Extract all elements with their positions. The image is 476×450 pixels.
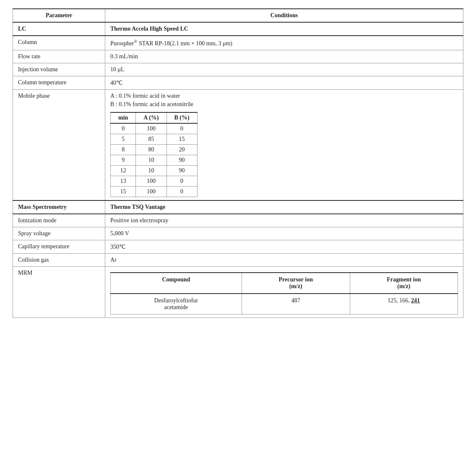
mrm-row: Desfuroylceftiofuracetamide 487 125, 166… — [111, 294, 458, 315]
header-parameter: Parameter — [13, 9, 105, 22]
gradient-cell: 15 — [111, 186, 136, 197]
mrm-col-precursor: Precursor ion(m/z) — [242, 273, 350, 294]
mrm-compound: Desfuroylceftiofuracetamide — [111, 294, 242, 315]
spray-voltage-param: Spray voltage — [13, 227, 105, 240]
mobile-phase-line1: A : 0.1% formic acid in water — [110, 93, 458, 99]
capillary-temp-value: 350℃ — [105, 240, 463, 253]
gradient-cell: 8 — [111, 144, 136, 155]
flowrate-param: Flow rate — [13, 50, 105, 63]
collision-gas-param: Collision gas — [13, 253, 105, 266]
column-temp-value: 40℃ — [105, 76, 463, 89]
ms-param: Mass Spectrometry — [13, 200, 105, 214]
gradient-cell: 90 — [166, 155, 197, 165]
gradient-cell: 100 — [136, 186, 166, 197]
gradient-cell: 20 — [166, 144, 197, 155]
gradient-cell: 0 — [111, 123, 136, 134]
capillary-temp-param: Capillary temperature — [13, 240, 105, 253]
gradient-row: 131000 — [111, 176, 198, 186]
gradient-cell: 9 — [111, 155, 136, 165]
ionization-value: Positive ion electrospray — [105, 214, 463, 227]
lc-value: Thermo Accela High Speed LC — [105, 22, 463, 36]
gradient-cell: 85 — [136, 134, 166, 144]
spray-voltage-value: 5,000 V — [105, 227, 463, 240]
gradient-cell: 10 — [136, 155, 166, 165]
gradient-row: 151000 — [111, 186, 198, 197]
gradient-cell: 12 — [111, 165, 136, 176]
mobile-phase-value: A : 0.1% formic acid in water B : 0.1% f… — [105, 89, 463, 200]
column-temp-param: Column temperature — [13, 76, 105, 89]
gradient-cell: 100 — [136, 123, 166, 134]
mobile-phase-line2: B : 0.1% formic acid in acetonitrile — [110, 101, 458, 108]
mrm-col-compound: Compound — [111, 273, 242, 294]
mrm-precursor: 487 — [242, 294, 350, 315]
ionization-param: Ionization mode — [13, 214, 105, 227]
gradient-row: 88020 — [111, 144, 198, 155]
injection-param: Injection volume — [13, 63, 105, 76]
column-value: Purospher® STAR RP-18(2.1 mm × 100 mm, 3… — [105, 36, 463, 50]
gradient-cell: 13 — [111, 176, 136, 186]
gradient-row: 01000 — [111, 123, 198, 134]
gradient-cell: 0 — [166, 176, 197, 186]
gradient-row: 91090 — [111, 155, 198, 165]
ms-value: Thermo TSQ Vantage — [105, 200, 463, 214]
mobile-phase-param: Mobile phase — [13, 89, 105, 200]
mrm-fragment-underline: 241 — [411, 297, 420, 304]
lc-param: LC — [13, 22, 105, 36]
gradient-cell: 10 — [136, 165, 166, 176]
mrm-col-fragment: Fragment ion(m/z) — [350, 273, 458, 294]
gradient-row: 58515 — [111, 134, 198, 144]
collision-gas-value: Ar — [105, 253, 463, 266]
gradient-col-b: B (%) — [166, 112, 197, 123]
gradient-cell: 0 — [166, 186, 197, 197]
gradient-row: 121090 — [111, 165, 198, 176]
mrm-param: MRM — [13, 266, 105, 317]
gradient-cell: 0 — [166, 123, 197, 134]
gradient-col-min: min — [111, 112, 136, 123]
column-param: Column — [13, 36, 105, 50]
gradient-col-a: A (%) — [136, 112, 166, 123]
header-conditions: Conditions — [105, 9, 463, 22]
mrm-value: Compound Precursor ion(m/z) Fragment ion… — [105, 266, 463, 317]
gradient-cell: 80 — [136, 144, 166, 155]
gradient-cell: 15 — [166, 134, 197, 144]
injection-value: 10 μL — [105, 63, 463, 76]
gradient-cell: 5 — [111, 134, 136, 144]
registered-sup: ® — [134, 39, 138, 44]
mrm-fragment: 125, 166, 241 — [350, 294, 458, 315]
flowrate-value: 0.3 mL/min — [105, 50, 463, 63]
gradient-cell: 100 — [136, 176, 166, 186]
gradient-cell: 90 — [166, 165, 197, 176]
